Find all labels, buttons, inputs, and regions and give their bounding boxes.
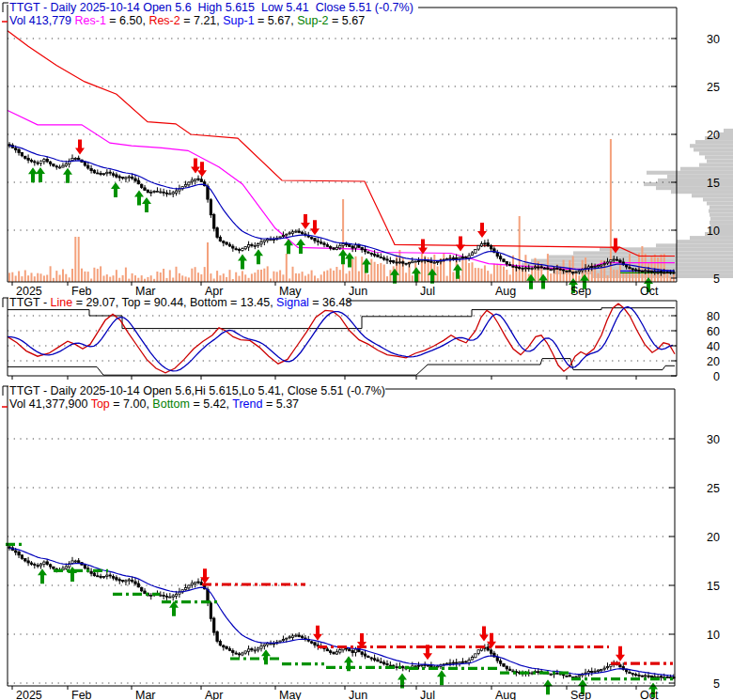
buy-signal-arrow (238, 255, 247, 270)
sell-signal-arrow (313, 626, 322, 641)
volume-profile (522, 129, 733, 278)
bottom-panel-signal-arrows (38, 567, 658, 698)
buy-signal-arrow (111, 182, 120, 197)
y-axis-label: 40 (707, 340, 720, 353)
header-text-part: TTGT - Daily 2025-10-14 Open 5.6,Hi 5.61… (9, 384, 385, 397)
x-axis-month-label: Aug (495, 689, 516, 700)
sell-signal-arrow (477, 223, 487, 238)
y-axis-label: 25 (707, 482, 720, 495)
y-axis-label: 0 (713, 370, 720, 383)
y-axis-label: 5 (713, 272, 720, 286)
x-axis-month-label: Jun (349, 689, 367, 700)
buy-signal-arrow (134, 191, 144, 206)
header-text-part: = 6.50, (106, 14, 149, 27)
header-text-part: Top (91, 397, 110, 411)
sell-signal-arrow (418, 240, 428, 255)
buy-signal-arrow (261, 649, 271, 664)
bottom-panel-indicator-values: Vol 41,377,900 Top = 7.00, Bottom = 5.42… (9, 398, 299, 411)
header-text-part: Bottom (152, 397, 190, 411)
y-axis-label: 60 (707, 325, 720, 338)
header-text-part: Signal (276, 296, 309, 309)
header-text-part: = 5.67, (255, 14, 298, 27)
buy-signal-arrow (284, 239, 293, 254)
header-text-part: Sup-1 (223, 14, 254, 27)
buy-signal-arrow (538, 273, 548, 288)
y-axis-label: 15 (707, 177, 720, 190)
buy-signal-arrow (28, 167, 38, 182)
y-axis-label: 10 (707, 225, 720, 238)
buy-signal-arrow (453, 264, 462, 279)
x-axis-month-label: Sep (570, 689, 591, 700)
top-panel-gridlines (8, 39, 677, 230)
sell-signal-arrow (301, 214, 310, 229)
header-text-part: Vol 413,779 (9, 14, 75, 27)
header-text-part: Trend (232, 397, 262, 411)
resistance-lines (8, 31, 675, 269)
header-text-part: = 7.00, (110, 397, 153, 411)
buy-signal-arrow (338, 249, 348, 264)
y-axis-label: 20 (707, 531, 720, 544)
buy-signal-arrow (390, 269, 399, 284)
y-axis-label: 20 (707, 129, 720, 142)
header-text-part: = 5.42, (190, 397, 232, 411)
x-axis-month-label: 2025 (16, 689, 42, 700)
buy-signal-arrow (543, 679, 553, 694)
header-text-part: TTGT - (9, 296, 51, 309)
y-axis-label: 25 (707, 81, 720, 94)
buy-signal-arrow (437, 670, 446, 685)
header-text-part: = 7.21, (180, 14, 224, 27)
x-axis-month-label: Oct (640, 285, 659, 298)
middle-panel-title: TTGT - Line = 29.07, Top = 90.44, Bottom… (9, 297, 351, 309)
bottom-panel-title: TTGT - Daily 2025-10-14 Open 5.6,Hi 5.61… (9, 385, 385, 397)
x-axis-month-label: Jul (420, 689, 435, 700)
y-axis-label: 15 (707, 580, 720, 593)
header-text-part: Vol 41,377,900 (9, 397, 91, 411)
x-axis-month-label: May (279, 689, 302, 700)
sell-signal-arrow (75, 140, 85, 155)
x-axis-month-label: Aug (495, 285, 516, 298)
sell-signal-arrow (197, 162, 207, 177)
header-text-part: Line (51, 296, 73, 309)
y-axis-label: 5 (713, 677, 720, 691)
header-text-part: = 5.37 (262, 397, 299, 411)
sell-signal-arrow (616, 646, 625, 661)
top-panel-title: TTGT - Daily 2025-10-14 Open 5.6 High 5.… (9, 2, 413, 14)
buy-signal-arrow (362, 258, 371, 273)
sell-signal-arrow (456, 237, 465, 252)
buy-signal-arrow (254, 249, 263, 264)
y-axis-label: 30 (707, 433, 720, 446)
charts-canvas: 302520151052025FebMarAprMayJunJulAugSepO… (0, 0, 733, 700)
x-axis-month-label: Feb (71, 689, 92, 700)
y-axis-label: 10 (707, 629, 720, 642)
x-axis-month-label: Mar (135, 689, 156, 700)
header-text-part: Res-2 (148, 14, 179, 27)
header-text-part: TTGT - Daily 2025-10-14 Open 5.6 High 5.… (9, 1, 413, 14)
buy-signal-arrow (38, 568, 47, 583)
oscillator-panel (8, 303, 677, 375)
header-text-part: = 5.67 (329, 14, 366, 27)
buy-signal-arrow (36, 167, 45, 182)
sell-signal-arrow (310, 220, 320, 235)
y-axis-label: 30 (707, 33, 720, 46)
x-axis-month-label: Oct (640, 689, 659, 700)
x-axis-month-label: Jul (420, 285, 435, 298)
trend-support-segments (6, 544, 673, 678)
buy-signal-arrow (142, 197, 151, 212)
x-axis-month-label: Sep (570, 285, 591, 298)
top-panel-indicator-values: Vol 413,779 Res-1 = 6.50, Res-2 = 7.21, … (9, 15, 365, 27)
x-axis-month-label: Apr (205, 689, 223, 700)
header-text-part: = 36.48 (309, 296, 352, 309)
buy-signal-arrow (63, 168, 72, 183)
y-axis-label: 20 (707, 355, 720, 368)
header-text-part: Res-1 (75, 14, 106, 27)
header-text-part: Sup-2 (297, 14, 328, 27)
header-text-part: = 29.07, Top = 90.44, Bottom = 13.45, (72, 296, 276, 309)
buy-signal-arrow (296, 239, 305, 254)
stock-chart-page: 302520151052025FebMarAprMayJunJulAugSepO… (0, 0, 733, 700)
bottom-panel-candles (8, 544, 675, 680)
y-axis-label: 80 (707, 310, 720, 323)
